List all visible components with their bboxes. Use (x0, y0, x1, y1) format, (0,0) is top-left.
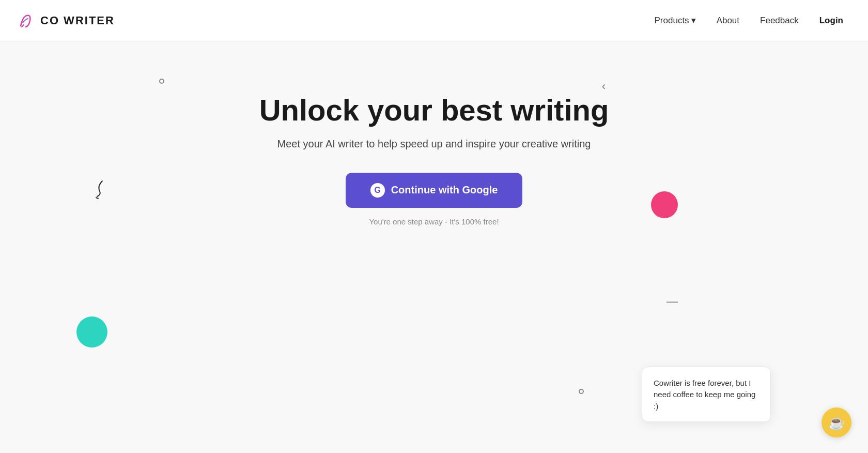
google-btn-label: Continue with Google (391, 184, 498, 196)
chat-popup-text: Cowriter is free forever, but I need cof… (654, 377, 759, 413)
deco-circle-small-bottom (579, 389, 584, 394)
logo-text: CO WRITER (40, 14, 115, 27)
coffee-icon: ☕ (828, 415, 845, 431)
nav-links: Products ▾ About Feedback Login (646, 11, 851, 30)
hero-section: Unlock your best writing Meet your AI wr… (0, 41, 868, 226)
nav-login-link[interactable]: Login (811, 11, 851, 30)
hero-title: Unlock your best writing (259, 93, 609, 128)
navbar: CO WRITER Products ▾ About Feedback Logi… (0, 0, 868, 41)
logo-icon (17, 11, 35, 30)
nav-products-label: Products (655, 16, 689, 26)
chevron-down-icon: ▾ (691, 15, 696, 26)
coffee-button[interactable]: ☕ (822, 407, 851, 437)
google-signin-button[interactable]: G Continue with Google (346, 173, 523, 208)
google-icon: G (370, 183, 385, 198)
deco-slash-bottom-right: — (667, 295, 678, 308)
logo-area: CO WRITER (17, 11, 115, 30)
nav-feedback-link[interactable]: Feedback (752, 11, 807, 30)
deco-teal-circle (76, 316, 107, 348)
chat-popup: Cowriter is free forever, but I need cof… (642, 367, 771, 422)
hero-subtitle: Meet your AI writer to help speed up and… (277, 138, 591, 150)
nav-about-link[interactable]: About (708, 11, 748, 30)
nav-products-link[interactable]: Products ▾ (646, 11, 704, 30)
free-text: You're one step away - It's 100% free! (369, 217, 499, 226)
